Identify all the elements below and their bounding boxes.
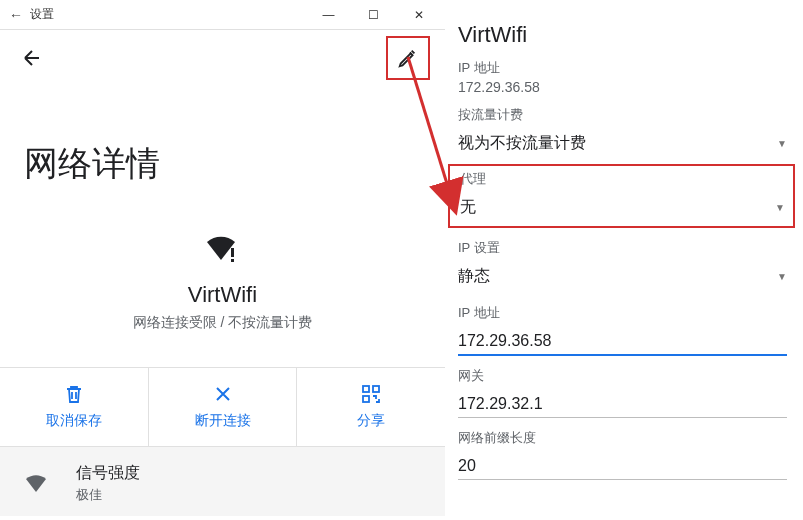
svg-rect-3 (363, 386, 369, 392)
svg-rect-0 (231, 248, 234, 257)
ip-value-static: 172.29.36.58 (458, 79, 787, 95)
ipaddr-input[interactable] (458, 328, 787, 356)
chevron-down-icon: ▼ (777, 138, 787, 149)
network-name: VirtWifi (0, 282, 445, 308)
proxy-label: 代理 (460, 170, 785, 188)
window-controls: — ☐ ✕ (306, 3, 441, 27)
prefix-label: 网络前缀长度 (458, 429, 787, 447)
forget-label: 取消保存 (0, 412, 148, 430)
network-subtitle: 网络连接受限 / 不按流量计费 (0, 314, 445, 332)
forget-button[interactable]: 取消保存 (0, 368, 149, 446)
right-pane: VirtWifi IP 地址 172.29.36.58 按流量计费 视为不按流量… (446, 0, 803, 520)
share-button[interactable]: 分享 (297, 368, 445, 446)
window-title: 设置 (30, 6, 54, 23)
disconnect-button[interactable]: 断开连接 (149, 368, 298, 446)
prefix-input[interactable] (458, 453, 787, 480)
dialog-title: VirtWifi (458, 22, 787, 48)
svg-rect-1 (231, 259, 234, 262)
wifi-icon (24, 474, 56, 494)
close-button[interactable]: ✕ (396, 3, 441, 27)
app-bar (0, 30, 445, 86)
signal-sub: 极佳 (76, 486, 140, 504)
metered-value: 视为不按流量计费 (458, 133, 586, 154)
ipsettings-value: 静态 (458, 266, 490, 287)
trash-icon (0, 382, 148, 406)
metered-label: 按流量计费 (458, 106, 787, 124)
proxy-value: 无 (460, 197, 476, 218)
signal-text: 信号强度 极佳 (76, 463, 140, 504)
gateway-label: 网关 (458, 367, 787, 385)
svg-rect-4 (373, 386, 379, 392)
network-card: VirtWifi 网络连接受限 / 不按流量计费 (0, 232, 445, 332)
minimize-button[interactable]: — (306, 3, 351, 27)
edit-button[interactable] (386, 36, 430, 80)
svg-rect-5 (363, 396, 369, 402)
ip-label-static: IP 地址 (458, 59, 787, 77)
share-label: 分享 (297, 412, 445, 430)
ipaddr-label: IP 地址 (458, 304, 787, 322)
window-titlebar: ← 设置 — ☐ ✕ (0, 0, 445, 30)
disconnect-label: 断开连接 (149, 412, 297, 430)
qrcode-icon (297, 382, 445, 406)
maximize-button[interactable]: ☐ (351, 3, 396, 27)
signal-title: 信号强度 (76, 463, 140, 484)
ipsettings-label: IP 设置 (458, 239, 787, 257)
left-pane: ← 设置 — ☐ ✕ 网络详情 VirtW (0, 0, 445, 520)
titlebar-back-icon[interactable]: ← (4, 3, 28, 27)
back-button[interactable] (12, 38, 52, 78)
chevron-down-icon: ▼ (775, 202, 785, 213)
ipsettings-dropdown[interactable]: 静态 ▼ (458, 257, 787, 293)
page-title: 网络详情 (0, 86, 445, 187)
proxy-block: 代理 无 ▼ (448, 164, 795, 228)
arrow-left-icon (20, 46, 44, 70)
close-icon (149, 382, 297, 406)
action-row: 取消保存 断开连接 分享 (0, 367, 445, 447)
pencil-icon (397, 47, 419, 69)
gateway-input[interactable] (458, 391, 787, 418)
metered-dropdown[interactable]: 视为不按流量计费 ▼ (458, 124, 787, 160)
chevron-down-icon: ▼ (777, 271, 787, 282)
proxy-dropdown[interactable]: 无 ▼ (460, 188, 785, 224)
wifi-warning-icon (203, 232, 243, 268)
signal-row[interactable]: 信号强度 极佳 (0, 447, 445, 516)
